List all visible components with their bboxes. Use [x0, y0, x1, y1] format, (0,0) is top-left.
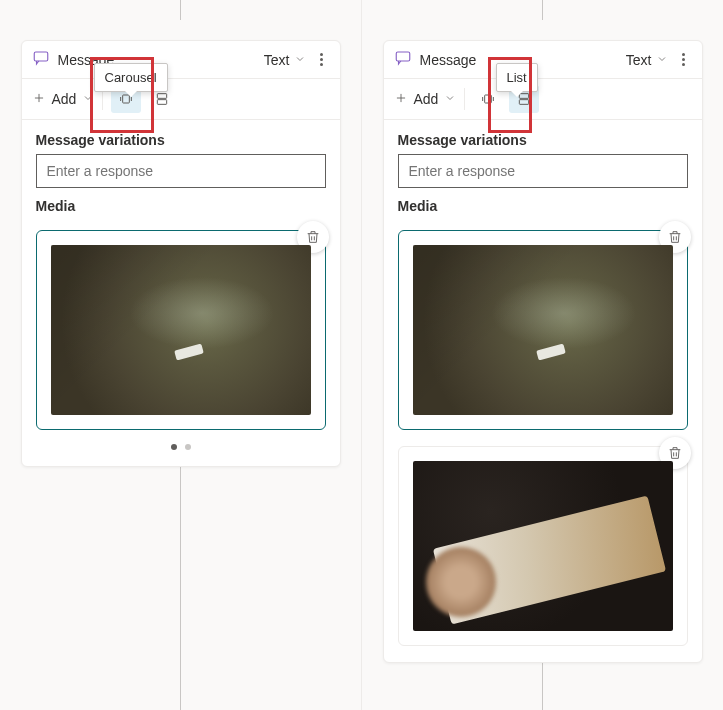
card-toolbar: Add	[22, 79, 340, 120]
plus-icon	[32, 91, 46, 108]
message-node-card: Carousel Message Text Add	[21, 40, 341, 467]
list-highlight-box	[488, 57, 532, 133]
card-body: Message variations Media	[22, 120, 340, 466]
more-options-button[interactable]	[676, 53, 692, 66]
svg-rect-0	[34, 52, 48, 61]
media-label: Media	[36, 198, 326, 214]
carousel-dot[interactable]	[185, 444, 191, 450]
media-image	[413, 245, 673, 415]
media-card[interactable]	[398, 446, 688, 646]
plus-icon	[394, 91, 408, 108]
variations-label: Message variations	[398, 132, 688, 148]
media-card[interactable]	[398, 230, 688, 430]
media-label: Media	[398, 198, 688, 214]
chevron-down-icon	[656, 52, 668, 68]
connector-line	[180, 0, 181, 20]
response-input[interactable]	[398, 154, 688, 188]
svg-rect-2	[158, 94, 167, 99]
node-type-dropdown[interactable]: Text	[626, 52, 668, 68]
node-type-label: Text	[626, 52, 652, 68]
connector-line	[542, 0, 543, 20]
card-body: Message variations Media	[384, 120, 702, 662]
variations-label: Message variations	[36, 132, 326, 148]
add-button[interactable]: Add	[32, 91, 95, 108]
card-title: Message	[420, 52, 477, 68]
connector-line	[180, 467, 181, 710]
carousel-dot[interactable]	[171, 444, 177, 450]
message-node-card: List Message Text Add	[383, 40, 703, 663]
card-header: Message Text	[384, 41, 702, 79]
carousel-pagination	[36, 444, 326, 450]
message-icon	[394, 49, 412, 70]
add-button-label: Add	[414, 91, 439, 107]
media-image	[413, 461, 673, 631]
card-header: Message Text	[22, 41, 340, 79]
add-button[interactable]: Add	[394, 91, 457, 108]
more-options-button[interactable]	[314, 53, 330, 66]
toolbar-divider	[464, 88, 465, 110]
response-input[interactable]	[36, 154, 326, 188]
svg-rect-3	[158, 100, 167, 105]
message-icon	[32, 49, 50, 70]
add-button-label: Add	[52, 91, 77, 107]
node-type-dropdown[interactable]: Text	[264, 52, 306, 68]
node-type-label: Text	[264, 52, 290, 68]
chevron-down-icon	[294, 52, 306, 68]
media-card[interactable]	[36, 230, 326, 430]
media-image	[51, 245, 311, 415]
connector-line	[542, 663, 543, 710]
chevron-down-icon	[444, 91, 456, 107]
carousel-highlight-box	[90, 57, 154, 133]
svg-rect-4	[396, 52, 410, 61]
card-toolbar: Add	[384, 79, 702, 120]
